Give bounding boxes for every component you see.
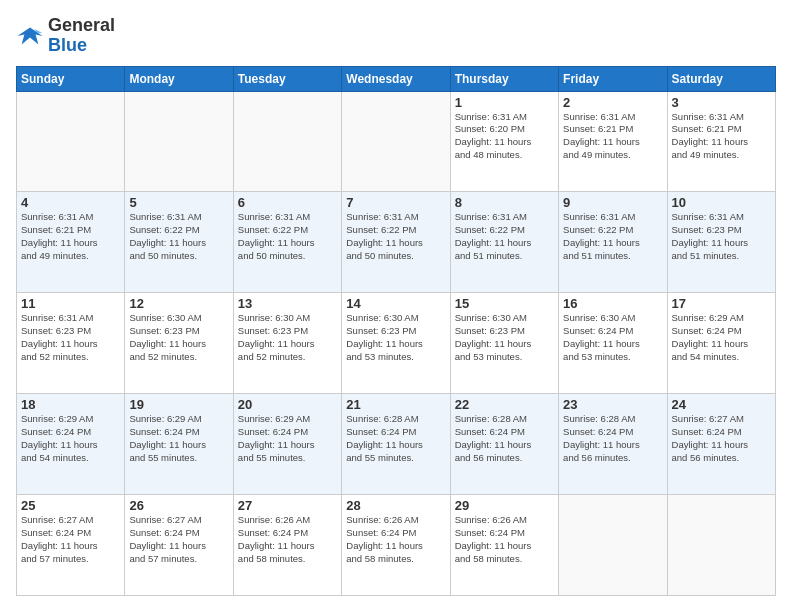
day-number: 10	[672, 195, 771, 210]
calendar-cell: 9Sunrise: 6:31 AM Sunset: 6:22 PM Daylig…	[559, 192, 667, 293]
day-info: Sunrise: 6:27 AM Sunset: 6:24 PM Dayligh…	[21, 514, 120, 565]
calendar-week-2: 4Sunrise: 6:31 AM Sunset: 6:21 PM Daylig…	[17, 192, 776, 293]
calendar-week-1: 1Sunrise: 6:31 AM Sunset: 6:20 PM Daylig…	[17, 91, 776, 192]
day-info: Sunrise: 6:31 AM Sunset: 6:22 PM Dayligh…	[238, 211, 337, 262]
page: General Blue SundayMondayTuesdayWednesda…	[0, 0, 792, 612]
calendar-cell: 3Sunrise: 6:31 AM Sunset: 6:21 PM Daylig…	[667, 91, 775, 192]
day-number: 8	[455, 195, 554, 210]
header: General Blue	[16, 16, 776, 56]
calendar-cell: 25Sunrise: 6:27 AM Sunset: 6:24 PM Dayli…	[17, 495, 125, 596]
day-number: 19	[129, 397, 228, 412]
day-info: Sunrise: 6:30 AM Sunset: 6:24 PM Dayligh…	[563, 312, 662, 363]
day-number: 22	[455, 397, 554, 412]
day-number: 2	[563, 95, 662, 110]
calendar-cell: 29Sunrise: 6:26 AM Sunset: 6:24 PM Dayli…	[450, 495, 558, 596]
weekday-header-thursday: Thursday	[450, 66, 558, 91]
day-info: Sunrise: 6:30 AM Sunset: 6:23 PM Dayligh…	[129, 312, 228, 363]
day-info: Sunrise: 6:28 AM Sunset: 6:24 PM Dayligh…	[455, 413, 554, 464]
day-info: Sunrise: 6:27 AM Sunset: 6:24 PM Dayligh…	[672, 413, 771, 464]
calendar-cell: 19Sunrise: 6:29 AM Sunset: 6:24 PM Dayli…	[125, 394, 233, 495]
calendar-cell: 8Sunrise: 6:31 AM Sunset: 6:22 PM Daylig…	[450, 192, 558, 293]
day-info: Sunrise: 6:31 AM Sunset: 6:22 PM Dayligh…	[346, 211, 445, 262]
calendar-week-5: 25Sunrise: 6:27 AM Sunset: 6:24 PM Dayli…	[17, 495, 776, 596]
day-info: Sunrise: 6:29 AM Sunset: 6:24 PM Dayligh…	[129, 413, 228, 464]
calendar-cell: 11Sunrise: 6:31 AM Sunset: 6:23 PM Dayli…	[17, 293, 125, 394]
day-info: Sunrise: 6:31 AM Sunset: 6:21 PM Dayligh…	[672, 111, 771, 162]
weekday-header-friday: Friday	[559, 66, 667, 91]
weekday-header-saturday: Saturday	[667, 66, 775, 91]
day-info: Sunrise: 6:26 AM Sunset: 6:24 PM Dayligh…	[346, 514, 445, 565]
day-number: 18	[21, 397, 120, 412]
day-number: 28	[346, 498, 445, 513]
day-number: 5	[129, 195, 228, 210]
calendar-week-4: 18Sunrise: 6:29 AM Sunset: 6:24 PM Dayli…	[17, 394, 776, 495]
day-info: Sunrise: 6:31 AM Sunset: 6:21 PM Dayligh…	[21, 211, 120, 262]
calendar-cell: 28Sunrise: 6:26 AM Sunset: 6:24 PM Dayli…	[342, 495, 450, 596]
calendar-cell: 1Sunrise: 6:31 AM Sunset: 6:20 PM Daylig…	[450, 91, 558, 192]
logo: General Blue	[16, 16, 115, 56]
day-info: Sunrise: 6:31 AM Sunset: 6:22 PM Dayligh…	[563, 211, 662, 262]
day-number: 14	[346, 296, 445, 311]
day-number: 13	[238, 296, 337, 311]
day-number: 4	[21, 195, 120, 210]
calendar-cell: 4Sunrise: 6:31 AM Sunset: 6:21 PM Daylig…	[17, 192, 125, 293]
day-info: Sunrise: 6:29 AM Sunset: 6:24 PM Dayligh…	[238, 413, 337, 464]
calendar-cell: 16Sunrise: 6:30 AM Sunset: 6:24 PM Dayli…	[559, 293, 667, 394]
day-info: Sunrise: 6:30 AM Sunset: 6:23 PM Dayligh…	[346, 312, 445, 363]
day-info: Sunrise: 6:31 AM Sunset: 6:21 PM Dayligh…	[563, 111, 662, 162]
calendar-cell: 18Sunrise: 6:29 AM Sunset: 6:24 PM Dayli…	[17, 394, 125, 495]
calendar-body: 1Sunrise: 6:31 AM Sunset: 6:20 PM Daylig…	[17, 91, 776, 595]
weekday-header-monday: Monday	[125, 66, 233, 91]
calendar-cell	[559, 495, 667, 596]
calendar-cell: 6Sunrise: 6:31 AM Sunset: 6:22 PM Daylig…	[233, 192, 341, 293]
weekday-header-row: SundayMondayTuesdayWednesdayThursdayFrid…	[17, 66, 776, 91]
calendar-cell: 15Sunrise: 6:30 AM Sunset: 6:23 PM Dayli…	[450, 293, 558, 394]
calendar-cell: 12Sunrise: 6:30 AM Sunset: 6:23 PM Dayli…	[125, 293, 233, 394]
logo-text: General Blue	[48, 16, 115, 56]
calendar-cell	[342, 91, 450, 192]
calendar-cell: 7Sunrise: 6:31 AM Sunset: 6:22 PM Daylig…	[342, 192, 450, 293]
day-number: 24	[672, 397, 771, 412]
calendar-cell: 23Sunrise: 6:28 AM Sunset: 6:24 PM Dayli…	[559, 394, 667, 495]
day-number: 23	[563, 397, 662, 412]
day-number: 17	[672, 296, 771, 311]
calendar-cell: 14Sunrise: 6:30 AM Sunset: 6:23 PM Dayli…	[342, 293, 450, 394]
day-number: 21	[346, 397, 445, 412]
calendar-table: SundayMondayTuesdayWednesdayThursdayFrid…	[16, 66, 776, 596]
day-number: 6	[238, 195, 337, 210]
day-info: Sunrise: 6:31 AM Sunset: 6:22 PM Dayligh…	[455, 211, 554, 262]
day-number: 15	[455, 296, 554, 311]
calendar-cell	[667, 495, 775, 596]
calendar-cell: 10Sunrise: 6:31 AM Sunset: 6:23 PM Dayli…	[667, 192, 775, 293]
calendar-cell	[125, 91, 233, 192]
day-info: Sunrise: 6:28 AM Sunset: 6:24 PM Dayligh…	[346, 413, 445, 464]
day-info: Sunrise: 6:29 AM Sunset: 6:24 PM Dayligh…	[21, 413, 120, 464]
day-number: 1	[455, 95, 554, 110]
calendar-week-3: 11Sunrise: 6:31 AM Sunset: 6:23 PM Dayli…	[17, 293, 776, 394]
calendar-cell: 27Sunrise: 6:26 AM Sunset: 6:24 PM Dayli…	[233, 495, 341, 596]
weekday-header-tuesday: Tuesday	[233, 66, 341, 91]
day-info: Sunrise: 6:28 AM Sunset: 6:24 PM Dayligh…	[563, 413, 662, 464]
day-info: Sunrise: 6:29 AM Sunset: 6:24 PM Dayligh…	[672, 312, 771, 363]
day-number: 27	[238, 498, 337, 513]
day-number: 7	[346, 195, 445, 210]
day-info: Sunrise: 6:31 AM Sunset: 6:22 PM Dayligh…	[129, 211, 228, 262]
day-number: 26	[129, 498, 228, 513]
calendar-cell: 2Sunrise: 6:31 AM Sunset: 6:21 PM Daylig…	[559, 91, 667, 192]
calendar-cell: 5Sunrise: 6:31 AM Sunset: 6:22 PM Daylig…	[125, 192, 233, 293]
day-info: Sunrise: 6:30 AM Sunset: 6:23 PM Dayligh…	[238, 312, 337, 363]
day-number: 29	[455, 498, 554, 513]
day-number: 12	[129, 296, 228, 311]
calendar-cell: 20Sunrise: 6:29 AM Sunset: 6:24 PM Dayli…	[233, 394, 341, 495]
svg-marker-0	[17, 27, 42, 44]
day-info: Sunrise: 6:31 AM Sunset: 6:23 PM Dayligh…	[21, 312, 120, 363]
day-info: Sunrise: 6:27 AM Sunset: 6:24 PM Dayligh…	[129, 514, 228, 565]
day-info: Sunrise: 6:30 AM Sunset: 6:23 PM Dayligh…	[455, 312, 554, 363]
day-number: 20	[238, 397, 337, 412]
calendar-cell: 17Sunrise: 6:29 AM Sunset: 6:24 PM Dayli…	[667, 293, 775, 394]
logo-bird-icon	[16, 22, 44, 50]
calendar-cell: 21Sunrise: 6:28 AM Sunset: 6:24 PM Dayli…	[342, 394, 450, 495]
calendar-cell: 24Sunrise: 6:27 AM Sunset: 6:24 PM Dayli…	[667, 394, 775, 495]
day-info: Sunrise: 6:26 AM Sunset: 6:24 PM Dayligh…	[455, 514, 554, 565]
calendar-cell: 26Sunrise: 6:27 AM Sunset: 6:24 PM Dayli…	[125, 495, 233, 596]
